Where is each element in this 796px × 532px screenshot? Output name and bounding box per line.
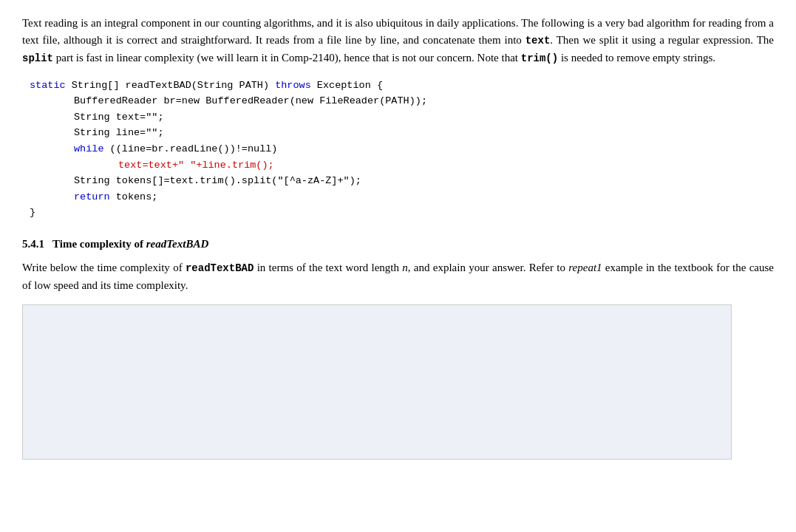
code-line-2: BufferedReader br=new BufferedReader(new… — [30, 93, 774, 109]
code-line-7: String tokens[]=text.trim().split("[^a-z… — [30, 173, 774, 189]
code-line-9: } — [30, 205, 774, 221]
keyword-throws: throws — [275, 80, 311, 91]
code-line-4: String line=""; — [30, 125, 774, 141]
keyword-while: while — [74, 143, 104, 154]
code-text: Exception { — [311, 80, 383, 91]
section-title: Time complexity of readTextBAD — [52, 238, 208, 250]
section-number: 5.4.1 — [22, 238, 44, 250]
code-text: tokens; — [110, 191, 158, 202]
code-line-6: text=text+" "+line.trim(); — [30, 157, 774, 174]
keyword-static: static — [30, 80, 66, 91]
code-text: String text=""; — [74, 112, 164, 123]
keyword-return: return — [74, 191, 110, 202]
code-text: String tokens[]=text.trim().split("[^a-z… — [74, 175, 361, 186]
code-line-5: while ((line=br.readLine())!=null) — [30, 141, 774, 157]
italic-repeat1: repeat1 — [568, 262, 602, 273]
bold-trim: trim() — [521, 52, 558, 64]
code-text: BufferedReader br=new BufferedReader(new… — [74, 95, 427, 106]
code-line-3: String text=""; — [30, 109, 774, 126]
italic-n: n — [402, 262, 408, 273]
code-content: static String[] readTextBAD(String PATH)… — [22, 78, 774, 221]
code-line-8: return tokens; — [30, 189, 774, 205]
code-text-red: text=text+" "+line.trim(); — [118, 160, 274, 171]
intro-paragraph: Text reading is an integral component in… — [22, 15, 774, 67]
section-heading: 5.4.1 Time complexity of readTextBAD — [22, 236, 774, 253]
code-text: String line=""; — [74, 127, 164, 138]
code-text: String[] readTextBAD(String PATH) — [66, 80, 276, 91]
question-paragraph: Write below the time complexity of readT… — [22, 259, 774, 294]
bold-text: text — [525, 35, 551, 47]
code-text: ((line=br.readLine())!=null) — [104, 143, 278, 154]
code-line-1: static String[] readTextBAD(String PATH)… — [30, 78, 774, 94]
bold-split: split — [22, 52, 53, 64]
main-content: Text reading is an integral component in… — [22, 15, 774, 460]
section-title-italic: readTextBAD — [146, 238, 208, 250]
inline-code-readtextbad: readTextBAD — [186, 262, 254, 274]
answer-box[interactable] — [22, 304, 732, 460]
code-text: } — [30, 207, 35, 218]
code-block: static String[] readTextBAD(String PATH)… — [22, 78, 774, 221]
